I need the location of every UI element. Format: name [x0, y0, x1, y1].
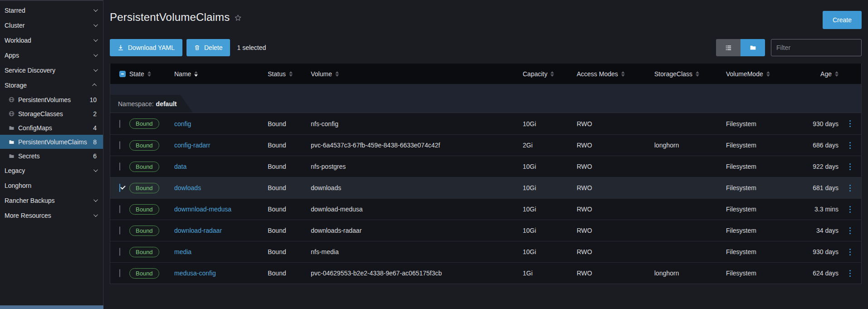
column-header-storageclass[interactable]: StorageClass	[654, 70, 726, 78]
volume-mode-cell: Filesystem	[726, 120, 805, 128]
row-actions-menu-icon[interactable]	[839, 203, 861, 216]
table-row: Bound medusa-config Bound pvc-04629553-b…	[110, 262, 861, 284]
row-checkbox[interactable]	[119, 226, 120, 235]
status-cell: Bound	[268, 206, 311, 213]
create-button[interactable]: Create	[823, 11, 862, 29]
sidebar-item-rancher-backups[interactable]: Rancher Backups	[0, 193, 103, 208]
row-checkbox[interactable]	[119, 248, 120, 256]
delete-button[interactable]: Delete	[186, 39, 230, 56]
chevron-down-icon	[93, 67, 98, 72]
sidebar-item-secrets[interactable]: Secrets 6	[0, 149, 103, 163]
pvc-name-link[interactable]: dowmnload-medusa	[174, 206, 231, 213]
list-icon	[725, 44, 732, 51]
page-title: PersistentVolumeClaims	[110, 11, 230, 24]
status-cell: Bound	[268, 248, 311, 255]
list-view-button[interactable]	[716, 39, 740, 56]
row-actions-menu-icon[interactable]	[839, 118, 861, 130]
volume-mode-cell: Filesystem	[726, 227, 805, 234]
access-modes-cell: RWO	[577, 270, 654, 277]
status-cell: Bound	[268, 120, 311, 128]
namespace-group-label: Namespace:	[118, 100, 154, 108]
sidebar-item-legacy[interactable]: Legacy	[0, 163, 103, 178]
sidebar-item-workload[interactable]: Workload	[0, 33, 103, 48]
sidebar-item-persistentvolumeclaims[interactable]: PersistentVolumeClaims 8	[0, 135, 103, 149]
pvc-name-link[interactable]: config	[174, 120, 191, 128]
column-header-access-modes[interactable]: Access Modes	[577, 70, 654, 78]
namespace-group-row: Namespace: default	[110, 84, 861, 113]
status-cell: Bound	[268, 142, 311, 149]
chevron-down-icon	[93, 37, 98, 42]
sidebar-item-storageclasses[interactable]: StorageClasses 2	[0, 107, 103, 121]
row-checkbox[interactable]	[119, 141, 120, 149]
page-header: PersistentVolumeClaims Create	[110, 11, 862, 34]
row-actions-menu-icon[interactable]	[839, 225, 861, 237]
volume-cell: download-medusa	[311, 206, 523, 213]
column-header-state[interactable]: State	[129, 70, 174, 78]
volume-cell: pvc-04629553-b2e2-4338-9e67-ac065175f3cb	[311, 270, 523, 277]
row-actions-menu-icon[interactable]	[839, 246, 861, 258]
column-header-status[interactable]: Status	[268, 70, 311, 78]
sidebar-item-longhorn[interactable]: Longhorn	[0, 178, 103, 193]
row-actions-menu-icon[interactable]	[839, 267, 861, 280]
favorite-star-icon[interactable]	[234, 14, 242, 22]
pvc-name-link[interactable]: config-radarr	[174, 142, 210, 149]
chevron-down-icon	[93, 52, 98, 57]
sidebar-item-storage[interactable]: Storage	[0, 78, 103, 93]
pvc-name-link[interactable]: medusa-config	[174, 270, 216, 277]
sort-carets-icon	[550, 71, 554, 77]
state-badge: Bound	[129, 162, 159, 172]
access-modes-cell: RWO	[577, 142, 654, 149]
volume-mode-cell: Filesystem	[726, 184, 805, 191]
capacity-cell: 2Gi	[523, 142, 577, 149]
trash-icon	[194, 44, 200, 51]
sidebar-item-starred[interactable]: Starred	[0, 3, 103, 18]
app-window: Starred Cluster Workload Apps Service Di…	[0, 0, 868, 309]
row-checkbox[interactable]	[119, 205, 120, 213]
sort-carets-icon	[696, 71, 699, 77]
sidebar-item-apps[interactable]: Apps	[0, 48, 103, 63]
state-badge: Bound	[129, 268, 159, 279]
sidebar-item-persistentvolumes[interactable]: PersistentVolumes 10	[0, 93, 103, 107]
status-cell: Bound	[268, 227, 311, 234]
column-header-capacity[interactable]: Capacity	[523, 70, 577, 78]
sort-carets-icon	[766, 71, 770, 77]
row-actions-menu-icon[interactable]	[839, 182, 861, 194]
volume-mode-cell: Filesystem	[726, 248, 805, 255]
group-view-button[interactable]	[740, 39, 765, 56]
column-header-volume[interactable]: Volume	[311, 70, 523, 78]
state-badge: Bound	[129, 118, 159, 129]
pvc-name-link[interactable]: data	[174, 163, 186, 170]
age-cell: 34 days	[805, 227, 839, 234]
pvc-name-link[interactable]: dowloads	[174, 184, 201, 191]
download-yaml-button[interactable]: Download YAML	[110, 39, 182, 56]
sidebar-item-configmaps[interactable]: ConfigMaps 4	[0, 121, 103, 135]
filter-input[interactable]	[771, 39, 862, 56]
column-header-volumemode[interactable]: VolumeMode	[726, 70, 805, 78]
sidebar-item-service-discovery[interactable]: Service Discovery	[0, 63, 103, 78]
state-badge: Bound	[129, 226, 159, 236]
row-checkbox[interactable]	[119, 120, 120, 128]
row-checkbox[interactable]	[119, 184, 120, 192]
sidebar-item-cluster[interactable]: Cluster	[0, 18, 103, 33]
capacity-cell: 10Gi	[523, 163, 577, 170]
age-cell: 3.3 mins	[805, 206, 839, 213]
column-header-age[interactable]: Age	[805, 70, 839, 78]
row-actions-menu-icon[interactable]	[839, 161, 861, 173]
selected-count: 1 selected	[237, 44, 266, 51]
capacity-cell: 10Gi	[523, 248, 577, 255]
capacity-cell: 10Gi	[523, 120, 577, 128]
row-actions-menu-icon[interactable]	[839, 139, 861, 152]
volume-mode-cell: Filesystem	[726, 206, 805, 213]
sort-carets-icon	[621, 71, 625, 77]
column-header-name[interactable]: Name	[174, 70, 268, 78]
row-checkbox[interactable]	[119, 162, 120, 171]
pvc-name-link[interactable]: download-radaar	[174, 227, 222, 234]
sidebar-item-more-resources[interactable]: More Resources	[0, 208, 103, 223]
folder-icon	[750, 44, 756, 51]
chevron-down-icon	[93, 22, 98, 27]
folder-icon	[8, 153, 15, 159]
select-all-checkbox[interactable]	[119, 71, 126, 77]
volume-cell: downloads-radaar	[311, 227, 523, 234]
row-checkbox[interactable]	[119, 269, 120, 277]
pvc-name-link[interactable]: media	[174, 248, 191, 255]
